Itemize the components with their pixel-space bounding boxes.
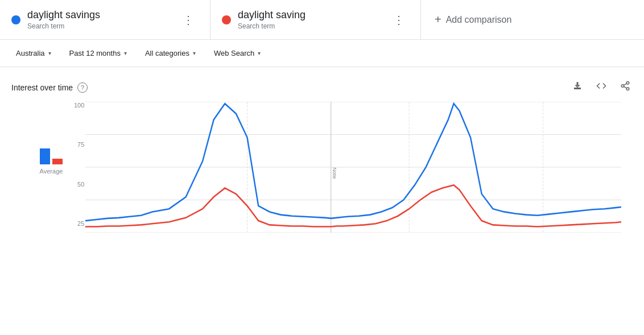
chart-header: Interest over time ? bbox=[0, 78, 644, 102]
term-info-2: daylight saving Search term bbox=[238, 9, 382, 30]
chevron-down-icon-time: ▾ bbox=[124, 50, 127, 56]
filter-time-label: Past 12 months bbox=[69, 49, 121, 57]
svg-text:Note: Note bbox=[332, 168, 337, 179]
y-label-75: 75 bbox=[77, 141, 84, 148]
x-label-may: May 29, 2022 bbox=[506, 254, 544, 255]
term-menu-button-1[interactable]: ⋮ bbox=[178, 11, 199, 29]
filter-country[interactable]: Australia ▾ bbox=[9, 44, 58, 62]
term-sub-2: Search term bbox=[238, 22, 382, 30]
chevron-down-icon-search-type: ▾ bbox=[258, 50, 261, 56]
chevron-down-icon-category: ▾ bbox=[193, 50, 196, 56]
plus-icon: + bbox=[435, 13, 441, 26]
y-label-100: 100 bbox=[74, 102, 84, 109]
chart-section: Interest over time ? bbox=[0, 67, 644, 255]
chart-container: Average 100 75 50 25 bbox=[11, 102, 633, 250]
avg-bar-blue bbox=[40, 148, 50, 164]
svg-point-0 bbox=[626, 82, 629, 85]
term-menu-button-2[interactable]: ⋮ bbox=[389, 11, 409, 29]
term-name-1: daylight savings bbox=[27, 9, 171, 21]
svg-point-2 bbox=[626, 88, 629, 90]
filters-bar: Australia ▾ Past 12 months ▾ All categor… bbox=[0, 40, 644, 67]
download-button[interactable] bbox=[570, 78, 585, 96]
svg-line-4 bbox=[624, 84, 626, 85]
svg-chart-wrapper: Note bbox=[85, 102, 621, 233]
filter-category-label: All categories bbox=[145, 49, 189, 57]
y-label-25: 25 bbox=[77, 220, 84, 227]
filter-time[interactable]: Past 12 months ▾ bbox=[63, 44, 134, 62]
chevron-down-icon-country: ▾ bbox=[48, 50, 51, 56]
avg-bars bbox=[40, 147, 63, 164]
add-comparison-button[interactable]: + Add comparison bbox=[421, 0, 525, 39]
y-label-50: 50 bbox=[77, 181, 84, 188]
filter-search-type-label: Web Search bbox=[214, 49, 254, 57]
svg-line-3 bbox=[624, 86, 626, 88]
add-comparison-label: Add comparison bbox=[446, 15, 512, 25]
filter-category[interactable]: All categories ▾ bbox=[138, 44, 203, 62]
svg-point-1 bbox=[621, 85, 624, 88]
chart-title-group: Interest over time ? bbox=[11, 82, 88, 93]
filter-search-type[interactable]: Web Search ▾ bbox=[207, 44, 267, 62]
chart-actions bbox=[570, 78, 633, 96]
term-card-1: daylight savings Search term ⋮ bbox=[0, 0, 210, 39]
term-card-2: daylight saving Search term ⋮ bbox=[210, 0, 421, 39]
header-section: daylight savings Search term ⋮ daylight … bbox=[0, 0, 644, 40]
avg-bar-red bbox=[52, 159, 63, 164]
term-sub-1: Search term bbox=[27, 22, 171, 30]
embed-button[interactable] bbox=[594, 78, 609, 96]
x-axis: Sep 19, 2021 Jan 23, 2022 May 29, 2022 bbox=[85, 254, 621, 255]
term-name-2: daylight saving bbox=[238, 9, 382, 21]
chart-svg: Note bbox=[85, 102, 621, 233]
filter-country-label: Australia bbox=[16, 49, 45, 57]
x-label-jan: Jan 23, 2022 bbox=[341, 254, 377, 255]
term-info-1: daylight savings Search term bbox=[27, 9, 171, 30]
avg-label: Average bbox=[40, 168, 63, 175]
term-dot-1 bbox=[11, 15, 20, 24]
help-icon[interactable]: ? bbox=[77, 82, 88, 93]
x-label-sep: Sep 19, 2021 bbox=[174, 254, 210, 255]
term-dot-2 bbox=[222, 15, 231, 24]
chart-title: Interest over time bbox=[11, 83, 73, 92]
share-button[interactable] bbox=[618, 78, 633, 96]
